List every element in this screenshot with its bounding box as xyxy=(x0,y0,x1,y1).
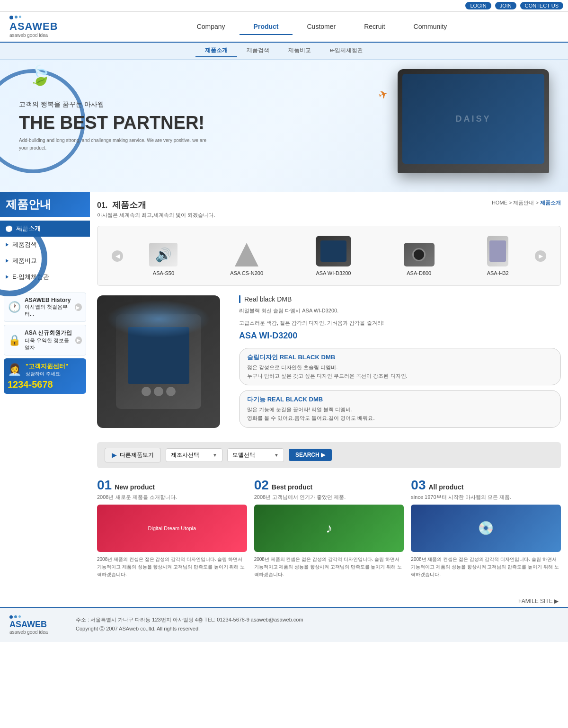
product-item-h32[interactable]: ASA-H32 xyxy=(487,236,509,276)
view-more-button[interactable]: ▶ 다른제품보기 xyxy=(105,448,161,462)
section-image-best: ♪ xyxy=(254,505,404,552)
page-description: 아사웹은 세계속의 최고,세계속의 빛이 되겠습니다. xyxy=(97,212,215,219)
product-detail: Real black DMB 리얼블랙 최신 슬림 다엠비 ASA WI-D32… xyxy=(97,295,561,433)
feature-title-1: 슬림디자인 REAL BLACK DMB xyxy=(247,353,553,362)
camera-icon xyxy=(404,243,435,266)
nav-recruit[interactable]: Recruit xyxy=(350,19,399,35)
view-more-label: 다른제품보기 xyxy=(120,451,154,459)
subnav-product-search[interactable]: 제품검색 xyxy=(237,44,279,57)
breadcrumb-area: 01. 제품소개 아사웹은 세계속의 최고,세계속의 빛이 되겠습니다. HOM… xyxy=(97,199,561,219)
view-more-icon: ▶ xyxy=(112,451,117,459)
laptop-screen: DAISY xyxy=(402,74,544,164)
product-item-d800[interactable]: ASA-D800 xyxy=(404,243,435,276)
triangle-icon xyxy=(235,243,258,266)
product-name-d800: ASA-D800 xyxy=(404,270,435,276)
footer-info: 주소 : 서울특별시 가나구 다라동 123번지 아사빌딩 4층 TEL: 01… xyxy=(76,615,559,634)
product-info: Real black DMB 리얼블랙 최신 슬림 다엠비 ASA WI-D32… xyxy=(239,295,561,433)
member-icon: 🔒 xyxy=(8,334,21,346)
carousel-next-button[interactable]: ▶ xyxy=(535,250,546,262)
device-buttons xyxy=(142,387,176,396)
section-title-3: All product xyxy=(429,483,464,491)
section-image-label-best: ♪ xyxy=(326,521,332,536)
history-more[interactable]: ▶ xyxy=(75,303,82,311)
contact-button[interactable]: CONTECT US xyxy=(520,2,563,9)
logo-dot-1 xyxy=(9,16,13,19)
search-button[interactable]: SEARCH ▶ xyxy=(289,449,332,461)
section-image-label-all: 💿 xyxy=(478,520,494,536)
main-nav: Company Product Customer Recruit Communi… xyxy=(85,19,559,35)
product-item-wi-d3200[interactable]: ASA WI-D3200 xyxy=(316,236,351,276)
nav-product[interactable]: Product xyxy=(240,19,293,35)
manufacturer-arrow: ▼ xyxy=(213,453,217,458)
breadcrumb-path: HOME > 제품안내 > xyxy=(492,200,540,205)
subnav-product-intro[interactable]: 제품소개 xyxy=(195,44,237,57)
hero-laptop: DAISY xyxy=(398,69,559,183)
page-heading: 01. 제품소개 아사웹은 세계속의 최고,세계속의 빛이 되겠습니다. xyxy=(97,199,215,219)
nav-company[interactable]: Company xyxy=(183,19,240,35)
top-bar: LOGIN JOIN CONTECT US xyxy=(0,0,568,12)
feature-text-1a: 젊은 감성으로 디자인한 초슬림 디엠비. xyxy=(247,364,553,372)
feature-text-2a: 많은 기능에 눈길을 끌어라! 리얼 블랙 디엠비. xyxy=(247,406,553,414)
history-title: ASAWEB History xyxy=(25,297,75,303)
bottom-section-new: 01 New product 2008년 새로운 제품을 소개합니다. Digi… xyxy=(97,478,247,578)
product-name-wid3200: ASA WI-D3200 xyxy=(316,270,351,276)
main-right: 01. 제품소개 아사웹은 세계속의 최고,세계속의 빛이 되겠습니다. HOM… xyxy=(90,192,568,595)
logo-dot-2 xyxy=(15,16,18,18)
section-num-1: 01 xyxy=(97,478,112,493)
device-button-3 xyxy=(166,387,176,396)
member-sub: 더욱 유익한 정보를 얻자 xyxy=(25,337,75,351)
history-widget[interactable]: 🕐 ASAWEB History 아사웹의 첫걸음부터... ▶ xyxy=(4,293,86,322)
section-subtitle-2: 2008년 고객님에서 인기가 좋았던 제품. xyxy=(254,494,404,501)
section-desc-1: 2008년 제품의 컨셉은 젊은 감성의 감각적 디자인입니다. 슬림 하면서 … xyxy=(97,556,247,578)
product-item-cs-n200[interactable]: ASA CS-N200 xyxy=(230,243,263,276)
footer-dot-1 xyxy=(9,615,13,619)
product-desc-2: 고급스러운 색감, 절은 감각의 디자인, 가벼움과 감각을 즐겨라! xyxy=(239,319,561,328)
product-item-s50[interactable]: 🔊 ASA-S50 xyxy=(149,243,178,276)
logo-dot-3 xyxy=(19,16,21,18)
member-widget[interactable]: 🔒 ASA 신규회원가입 더욱 유익한 정보를 얻자 ▶ xyxy=(4,325,86,355)
manufacturer-select[interactable]: 제조사선택 ▼ xyxy=(166,448,222,462)
member-more[interactable]: ▶ xyxy=(75,337,82,344)
nav-community[interactable]: Community xyxy=(399,19,462,35)
header: ASAWEB asaweb good idea Company Product … xyxy=(0,12,568,43)
product-model: ASA WI-D3200 xyxy=(239,331,561,341)
footer-address: 주소 : 서울특별시 가나구 다라동 123번지 아사빌딩 4층 TEL: 01… xyxy=(76,615,559,625)
famile-site-label[interactable]: FAMILE SITE ▶ xyxy=(518,598,559,604)
bottom-section-all: 03 All product since 1970부터 시작한 아사웹의 모든 … xyxy=(411,478,561,578)
sidebar: 제품안내 ▶ 제품소개 제품검색 제품비교 E-입체체험관 xyxy=(0,192,90,595)
product-name-h32: ASA-H32 xyxy=(487,270,509,276)
nav-customer[interactable]: Customer xyxy=(293,19,350,35)
feature-title-text-2: 다기능 xyxy=(247,396,267,403)
subnav-product-experience[interactable]: e-입체체험관 xyxy=(320,44,373,57)
product-image-area xyxy=(97,295,230,433)
section-num-3: 03 xyxy=(411,478,426,493)
hero-title-best: BEST PARTNER! xyxy=(60,113,204,133)
product-name-s50: ASA-S50 xyxy=(149,270,178,276)
history-icon: 🕐 xyxy=(8,301,21,313)
device-button-2 xyxy=(154,387,163,396)
sidebar-widgets: 🕐 ASAWEB History 아사웹의 첫걸음부터... ▶ 🔒 ASA 신… xyxy=(0,289,90,400)
section-subtitle-3: since 1970부터 시작한 아사웹의 모든 제품. xyxy=(411,494,561,501)
feature-text-1b: 누구나 탐하고 싶은 갖고 싶은 디자인 부드러운 곡선이 강조된 디자인. xyxy=(247,372,553,381)
water-splash-decoration xyxy=(106,300,211,338)
manufacturer-label: 제조사선택 xyxy=(171,451,199,459)
model-select[interactable]: 모델선택 ▼ xyxy=(227,448,284,462)
support-phone: 1234-5678 xyxy=(8,379,82,390)
support-widget: 👩‍💼 "고객지원센터" 상담하여 주세요. 1234-5678 xyxy=(4,358,86,394)
pda-icon xyxy=(487,236,508,266)
subnav-product-compare[interactable]: 제품비교 xyxy=(279,44,320,57)
product-subtitle: Real black DMB xyxy=(239,295,561,303)
login-button[interactable]: LOGIN xyxy=(465,2,491,9)
product-carousel: ◀ 🔊 ASA-S50 ASA CS-N200 xyxy=(97,226,561,286)
history-sub: 아사웹의 첫걸음부터... xyxy=(25,303,75,318)
feature-title-2: 다기능 REAL BLACK DMB xyxy=(247,395,553,404)
carousel-prev-button[interactable]: ◀ xyxy=(112,250,123,262)
main-content: 제품안내 ▶ 제품소개 제품검색 제품비교 E-입체체험관 xyxy=(0,192,568,595)
logo-dots xyxy=(9,16,21,19)
logo-area: ASAWEB asaweb good idea xyxy=(9,16,85,38)
footer-dot-2 xyxy=(14,615,17,618)
join-button[interactable]: JOIN xyxy=(495,2,516,9)
logo-subtitle: asaweb good idea xyxy=(9,33,48,38)
breadcrumb-current: 제품소개 xyxy=(540,200,561,205)
logo-title[interactable]: ASAWEB xyxy=(9,20,58,33)
